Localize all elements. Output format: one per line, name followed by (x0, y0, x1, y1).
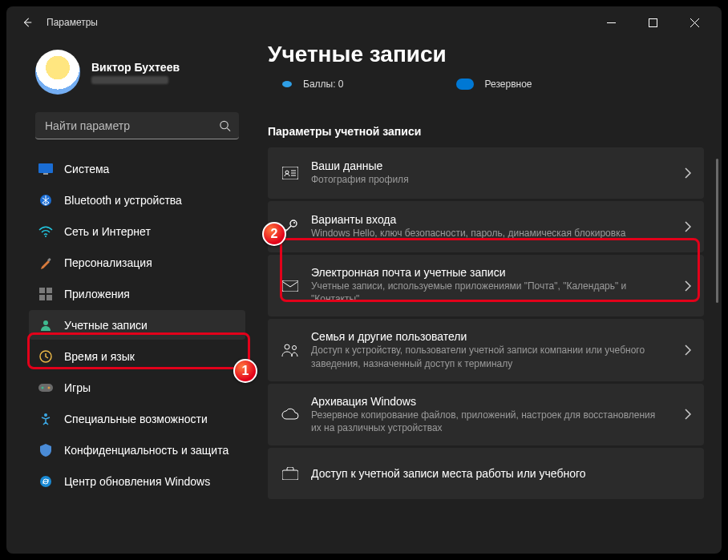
sidebar-item-label: Персонализация (64, 256, 152, 269)
chevron-right-icon (685, 221, 691, 232)
brush-icon (38, 256, 53, 270)
accessibility-icon (38, 412, 53, 426)
sidebar-item-label: Время и язык (64, 350, 135, 363)
sidebar-item-personalization[interactable]: Персонализация (29, 248, 245, 277)
card-your-info[interactable]: Ваши данные Фотография профиля (268, 147, 704, 199)
sidebar-item-system[interactable]: Система (29, 154, 245, 183)
gamepad-icon (38, 381, 53, 395)
sidebar-item-apps[interactable]: Приложения (29, 279, 245, 308)
sidebar-item-label: Конфиденциальность и защита (64, 444, 229, 457)
card-subtitle: Windows Hello, ключ безопасности, пароль… (311, 227, 665, 240)
sidebar-item-label: Приложения (64, 288, 130, 300)
sidebar-item-label: Специальные возможности (64, 413, 208, 425)
svg-rect-3 (43, 173, 48, 175)
id-icon (281, 163, 300, 183)
avatar (35, 50, 80, 95)
svg-rect-13 (38, 384, 53, 392)
search-input[interactable] (35, 112, 239, 139)
sidebar-item-bluetooth[interactable]: Bluetooth и устройства (29, 185, 245, 215)
sidebar-item-label: Центр обновления Windows (64, 475, 210, 488)
svg-point-21 (293, 222, 295, 224)
sidebar-item-label: Учетные записи (64, 319, 148, 332)
svg-point-11 (43, 320, 48, 325)
card-subtitle: Доступ к устройству, пользователи учетно… (311, 344, 665, 369)
card-work-access[interactable]: Доступ к учетной записи места работы или… (268, 448, 704, 499)
minimize-button[interactable] (593, 10, 629, 34)
sidebar-item-update[interactable]: Центр обновления Windows (29, 466, 245, 496)
status-backup[interactable]: Резервное (456, 79, 532, 90)
card-title: Архивация Windows (311, 395, 665, 408)
chevron-right-icon (685, 280, 691, 292)
sidebar-item-time[interactable]: Время и язык (29, 341, 245, 371)
family-icon (281, 340, 300, 360)
shield-icon (38, 443, 53, 457)
scrollbar[interactable] (716, 159, 718, 303)
svg-point-20 (290, 220, 297, 227)
wifi-icon (38, 224, 53, 239)
briefcase-icon (281, 464, 300, 483)
apps-icon (38, 287, 53, 301)
card-title: Доступ к учетной записи места работы или… (311, 467, 665, 480)
cloud-icon (281, 405, 300, 424)
main-panel: Учетные записи Баллы: 0 Резервное Параме… (252, 38, 722, 554)
maximize-button[interactable] (635, 10, 670, 34)
svg-point-1 (220, 121, 228, 128)
microsoft-icon (282, 81, 292, 87)
status-points[interactable]: Баллы: 0 (282, 79, 344, 90)
chevron-right-icon (685, 409, 691, 420)
back-button[interactable] (16, 11, 38, 34)
card-email-accounts[interactable]: Электронная почта и учетные записи Учетн… (268, 255, 704, 316)
titlebar: Параметры (6, 6, 722, 38)
card-title: Варианты входа (311, 213, 665, 226)
user-profile[interactable]: Виктор Бухтеев (29, 45, 245, 109)
svg-point-5 (45, 236, 47, 237)
card-subtitle: Фотография профиля (311, 173, 665, 186)
sidebar-item-label: Система (64, 163, 109, 175)
sidebar-item-label: Bluetooth и устройства (64, 194, 182, 207)
sidebar-item-privacy[interactable]: Конфиденциальность и защита (29, 435, 245, 465)
onedrive-icon (456, 79, 474, 90)
clock-icon (38, 349, 53, 364)
svg-rect-2 (38, 163, 53, 173)
search-icon (219, 120, 231, 132)
svg-point-23 (285, 344, 289, 349)
mail-icon (281, 276, 300, 296)
svg-rect-0 (649, 18, 657, 26)
user-name: Виктор Бухтеев (91, 61, 180, 74)
card-title: Электронная почта и учетные записи (311, 266, 665, 279)
card-subtitle: Учетные записи, используемые приложениям… (311, 280, 665, 305)
svg-rect-25 (282, 470, 298, 480)
card-backup[interactable]: Архивация Windows Резервное копирование … (268, 384, 704, 445)
sidebar-item-accounts[interactable]: Учетные записи (29, 310, 245, 340)
sidebar-item-accessibility[interactable]: Специальные возможности (29, 404, 245, 433)
svg-point-24 (293, 346, 297, 350)
display-icon (38, 162, 53, 176)
key-icon (281, 217, 300, 236)
sidebar-item-label: Игры (64, 381, 91, 394)
card-subtitle: Резервное копирование файлов, приложений… (311, 409, 665, 434)
sidebar-item-network[interactable]: Сеть и Интернет (29, 216, 245, 246)
points-label: Баллы: 0 (303, 79, 344, 90)
card-family[interactable]: Семья и другие пользователи Доступ к уст… (268, 319, 704, 381)
section-header: Параметры учетной записи (268, 125, 704, 138)
update-icon (38, 474, 53, 489)
svg-rect-8 (47, 288, 52, 293)
backup-label: Резервное (485, 79, 532, 90)
sidebar-item-games[interactable]: Игры (29, 373, 245, 402)
svg-rect-7 (39, 288, 45, 293)
chevron-right-icon (685, 344, 691, 356)
svg-rect-10 (47, 295, 52, 300)
card-title: Ваши данные (311, 159, 665, 172)
card-title: Семья и другие пользователи (311, 330, 665, 343)
svg-point-15 (48, 386, 51, 389)
sidebar-item-label: Сеть и Интернет (64, 225, 151, 238)
svg-point-16 (44, 413, 47, 417)
close-button[interactable] (677, 10, 712, 34)
chevron-right-icon (685, 167, 691, 179)
svg-rect-22 (282, 280, 298, 292)
bluetooth-icon (38, 193, 53, 207)
svg-point-14 (42, 386, 44, 389)
card-signin-options[interactable]: Варианты входа Windows Hello, ключ безоп… (268, 201, 704, 252)
user-email (91, 76, 168, 84)
person-icon (38, 318, 53, 332)
